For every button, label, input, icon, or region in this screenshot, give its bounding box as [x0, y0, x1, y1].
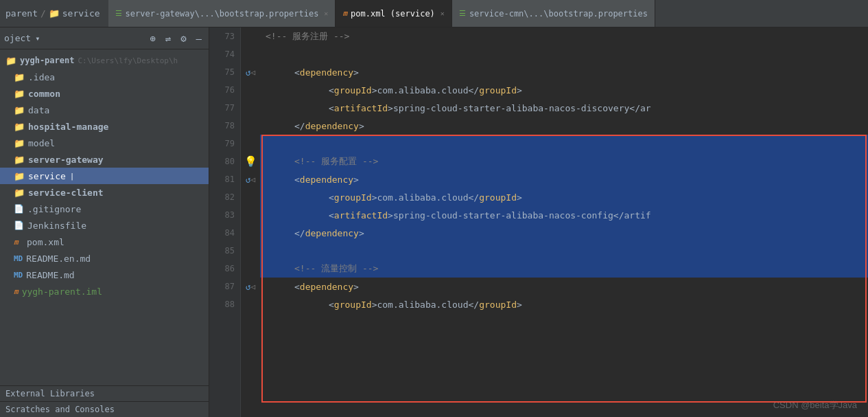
line-num-76: 76 [209, 81, 240, 99]
code-line-85 [260, 242, 868, 260]
sidebar-toolbar: oject ▾ ⊕ ⇌ ⚙ — [0, 27, 209, 49]
service-folder-icon: 📁 [49, 8, 60, 19]
line-num-73: 73 [209, 27, 240, 45]
file-icon: 📄 [14, 221, 24, 230]
item-label: data [28, 105, 49, 115]
gutter-80-bulb[interactable]: 💡 [241, 153, 260, 170]
root-folder-icon: 📁 [5, 56, 16, 66]
root-path: C:\Users\lfy\Desktop\h [78, 56, 178, 65]
item-label: .gitignore [27, 204, 81, 214]
settings-button[interactable]: ⚙ [178, 32, 189, 45]
scratches-and-consoles[interactable]: Scratches and Consoles [0, 401, 209, 417]
collapse-button[interactable]: ⇌ [163, 32, 174, 45]
breadcrumb: parent / 📁 service [5, 8, 100, 19]
file-icon: 📄 [14, 204, 24, 214]
gutter-82 [241, 188, 260, 206]
code-line-76: <groupId>com.alibaba.cloud</groupId> [260, 81, 868, 99]
sidebar-item-data[interactable]: 📁 data [0, 102, 209, 118]
gutter-73 [241, 27, 260, 45]
line-num-75: 75 [209, 63, 240, 81]
item-label: common [28, 89, 60, 99]
tab-pom-xml[interactable]: m pom.xml (service) ✕ [336, 0, 451, 27]
line-num-87: 87 [209, 278, 240, 295]
folder-icon: 📁 [14, 105, 25, 115]
sidebar-item-service[interactable]: 📁 service | [0, 168, 209, 184]
gutter-75-refresh[interactable]: ↺◁ [241, 63, 260, 81]
folder-icon: 📁 [14, 171, 25, 181]
properties-icon: ☰ [459, 9, 466, 18]
sidebar-item-server-gateway[interactable]: 📁 server-gateway [0, 151, 209, 168]
gutter-81-refresh[interactable]: ↺◁ [241, 170, 260, 188]
item-label: service [28, 171, 66, 181]
root-name: yygh-parent [20, 56, 74, 65]
code-line-73: <!-- 服务注册 --> [260, 27, 868, 45]
sidebar-item-jenkinsfile[interactable]: 📄 Jenkinsfile [0, 217, 209, 234]
tab-label: service-cmn\...\bootstrap.properties [469, 9, 648, 19]
item-label: pom.xml [27, 237, 64, 247]
sidebar-item-service-client[interactable]: 📁 service-client [0, 184, 209, 201]
sidebar-item-hospital-manage[interactable]: 📁 hospital-manage [0, 118, 209, 135]
line-num-84: 84 [209, 224, 240, 242]
gutter-74 [241, 45, 260, 63]
tab-bootstrap-gateway[interactable]: ☰ server-gateway\...\bootstrap.propertie… [108, 0, 336, 27]
sidebar-item-readme[interactable]: MD README.md [0, 267, 209, 283]
folder-icon: 📁 [14, 89, 25, 99]
gutter-85 [241, 242, 260, 260]
tree-root[interactable]: 📁 yygh-parent C:\Users\lfy\Desktop\h [0, 52, 209, 69]
code-area[interactable]: <!-- 服务注册 --> <dependency> <groupId>com.… [260, 27, 868, 417]
gutter-84 [241, 224, 260, 242]
code-lines: <!-- 服务注册 --> <dependency> <groupId>com.… [260, 27, 868, 313]
minimize-button[interactable]: — [193, 32, 204, 45]
gutter-88 [241, 295, 260, 313]
line-num-77: 77 [209, 99, 240, 117]
editor: 73 74 75 76 77 78 79 80 81 82 83 84 85 8… [209, 27, 868, 417]
breadcrumb-parent: parent [5, 8, 38, 19]
line-num-88: 88 [209, 295, 240, 313]
item-label: Jenkinsfile [27, 221, 86, 231]
line-num-83: 83 [209, 206, 240, 224]
tab-bootstrap-cmn[interactable]: ☰ service-cmn\...\bootstrap.properties [452, 0, 655, 27]
folder-icon: 📁 [14, 72, 25, 82]
project-dropdown-icon[interactable]: ▾ [35, 34, 40, 43]
code-line-88: <groupId>com.alibaba.cloud</groupId> [260, 295, 868, 313]
line-num-86: 86 [209, 260, 240, 278]
code-line-83: <artifactId>spring-cloud-starter-alibaba… [260, 206, 868, 224]
item-label: hospital-manage [28, 122, 108, 132]
sidebar-item-pom[interactable]: m pom.xml [0, 234, 209, 250]
tab-label: pom.xml (service) [351, 9, 435, 19]
external-libraries[interactable]: External Libraries [0, 385, 209, 401]
line-num-81: 81 [209, 170, 240, 188]
item-label: yygh-parent.iml [22, 286, 102, 297]
line-num-85: 85 [209, 242, 240, 260]
sidebar-item-common[interactable]: 📁 common [0, 85, 209, 102]
sidebar-item-iml[interactable]: m yygh-parent.iml [0, 283, 209, 300]
code-line-82: <groupId>com.alibaba.cloud</groupId> [260, 188, 868, 206]
gutter-78 [241, 117, 260, 135]
code-line-80: <!-- 服务配置 --> [260, 153, 868, 170]
locate-file-button[interactable]: ⊕ [147, 32, 158, 45]
sidebar-item-gitignore[interactable]: 📄 .gitignore [0, 201, 209, 217]
item-label: README.en.md [26, 253, 91, 264]
folder-icon: 📁 [14, 155, 25, 165]
line-num-79: 79 [209, 135, 240, 153]
sidebar: oject ▾ ⊕ ⇌ ⚙ — 📁 yygh-parent C:\Users\l… [0, 27, 209, 417]
sidebar-item-readme-en[interactable]: MD README.en.md [0, 250, 209, 267]
md-icon: MD [14, 271, 23, 280]
iml-icon: m [14, 287, 19, 296]
gutter-87-refresh[interactable]: ↺◁ [241, 278, 260, 295]
item-label: README.md [26, 270, 74, 280]
code-line-74 [260, 45, 868, 63]
tab-close-icon[interactable]: ✕ [441, 10, 445, 17]
folder-icon: 📁 [14, 138, 25, 148]
code-line-79 [260, 135, 868, 153]
sidebar-item-model[interactable]: 📁 model [0, 135, 209, 151]
item-label: model [28, 138, 55, 148]
top-bar: parent / 📁 service ☰ server-gateway\...\… [0, 0, 868, 27]
code-line-81: <dependency> [260, 170, 868, 188]
item-label: .idea [28, 72, 55, 82]
tab-close-icon[interactable]: ✕ [324, 10, 328, 17]
gutter-79 [241, 135, 260, 153]
xml-icon: m [342, 9, 347, 18]
sidebar-item-idea[interactable]: 📁 .idea [0, 69, 209, 85]
breadcrumb-sep: / [40, 8, 46, 19]
